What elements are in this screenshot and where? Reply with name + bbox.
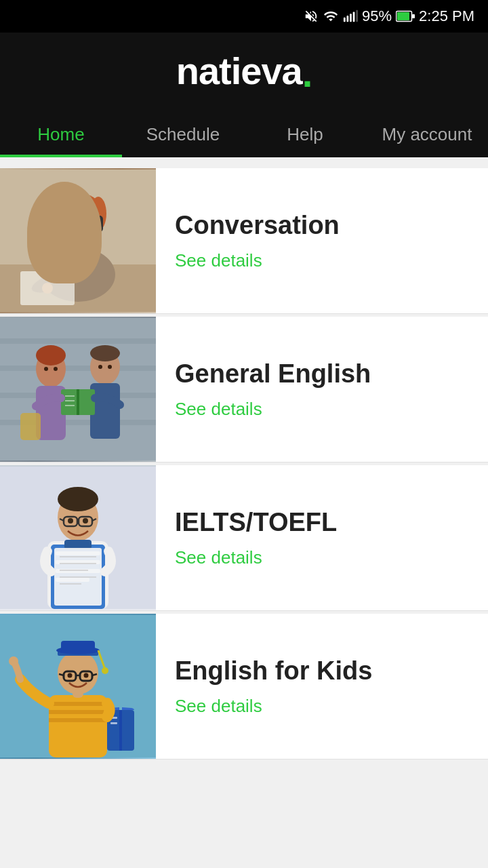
status-bar: 95% 2:25 PM xyxy=(0,0,488,33)
course-title-general-english: General English xyxy=(175,359,469,390)
svg-point-20 xyxy=(68,221,72,225)
course-image-general-english xyxy=(0,317,156,462)
mute-icon xyxy=(304,9,319,24)
svg-point-56 xyxy=(83,518,88,524)
course-info-conversation: Conversation See details xyxy=(156,168,488,313)
course-title-ielts-toefl: IELTS/TOEFL xyxy=(175,507,469,538)
svg-rect-36 xyxy=(77,389,79,415)
course-info-general-english: General English See details xyxy=(156,317,488,462)
course-card-conversation: Conversation See details xyxy=(0,168,488,314)
svg-rect-0 xyxy=(344,18,346,22)
signal-icon xyxy=(343,9,358,24)
nav-label-home: Home xyxy=(37,124,84,144)
svg-rect-3 xyxy=(353,12,355,22)
logo-text: natieva xyxy=(176,49,302,93)
course-card-general-english: General English See details xyxy=(0,317,488,462)
course-image-conversation xyxy=(0,168,156,313)
svg-point-43 xyxy=(98,365,102,369)
svg-point-13 xyxy=(56,193,100,220)
svg-rect-6 xyxy=(397,12,409,20)
nav-item-help[interactable]: Help xyxy=(244,112,366,157)
course-title-english-for-kids: English for Kids xyxy=(175,656,469,687)
svg-rect-15 xyxy=(94,216,103,232)
status-icons: 95% 2:25 PM xyxy=(304,7,474,25)
svg-point-49 xyxy=(58,487,98,511)
svg-rect-11 xyxy=(71,231,85,248)
svg-rect-73 xyxy=(49,718,107,722)
wifi-icon xyxy=(323,9,339,24)
course-image-ielts-toefl xyxy=(0,465,156,610)
svg-rect-40 xyxy=(20,413,41,440)
svg-point-44 xyxy=(108,365,112,369)
nav-label-my-account: My account xyxy=(382,124,472,144)
svg-point-19 xyxy=(66,219,73,226)
battery-level: 95% xyxy=(362,7,392,25)
svg-rect-90 xyxy=(119,710,122,751)
svg-point-42 xyxy=(54,367,58,371)
course-link-general-english[interactable]: See details xyxy=(175,399,469,420)
svg-point-14 xyxy=(90,197,106,231)
svg-rect-78 xyxy=(61,641,95,653)
main-nav: Home Schedule Help My account xyxy=(0,112,488,157)
course-info-ielts-toefl: IELTS/TOEFL See details xyxy=(156,465,488,610)
course-title-conversation: Conversation xyxy=(175,210,469,241)
battery-icon xyxy=(396,9,415,24)
time-display: 2:25 PM xyxy=(419,7,474,25)
svg-point-21 xyxy=(83,219,89,226)
nav-item-my-account[interactable]: My account xyxy=(366,112,488,157)
course-link-conversation[interactable]: See details xyxy=(175,250,469,271)
svg-rect-18 xyxy=(20,271,75,305)
svg-rect-58 xyxy=(64,540,92,549)
svg-point-12 xyxy=(56,197,100,248)
course-info-english-for-kids: English for Kids See details xyxy=(156,614,488,759)
course-card-ielts-toefl: IELTS/TOEFL See details xyxy=(0,465,488,611)
logo-dot: . xyxy=(302,55,312,93)
app-logo: natieva. xyxy=(176,49,312,93)
app-header: natieva. Home Schedule Help My account xyxy=(0,33,488,157)
svg-point-86 xyxy=(68,673,73,678)
svg-rect-7 xyxy=(412,14,415,18)
svg-rect-2 xyxy=(350,14,352,22)
svg-point-55 xyxy=(68,518,73,524)
course-card-english-for-kids: English for Kids See details xyxy=(0,614,488,760)
course-link-english-for-kids[interactable]: See details xyxy=(175,696,469,717)
course-list: Conversation See details xyxy=(0,157,488,770)
svg-point-22 xyxy=(85,221,89,225)
svg-point-31 xyxy=(36,345,66,366)
svg-rect-1 xyxy=(347,16,349,22)
svg-point-80 xyxy=(102,667,108,674)
svg-point-41 xyxy=(44,367,48,371)
svg-point-87 xyxy=(84,673,89,678)
svg-point-34 xyxy=(90,345,120,361)
course-link-ielts-toefl[interactable]: See details xyxy=(175,547,469,568)
svg-rect-26 xyxy=(0,366,156,371)
svg-rect-92 xyxy=(110,722,117,724)
svg-point-88 xyxy=(9,656,18,666)
nav-item-home[interactable]: Home xyxy=(0,112,122,157)
svg-rect-72 xyxy=(49,710,107,714)
nav-label-schedule: Schedule xyxy=(146,124,220,144)
svg-rect-71 xyxy=(49,702,107,706)
svg-rect-4 xyxy=(356,10,358,22)
svg-rect-25 xyxy=(0,338,156,344)
course-image-english-for-kids xyxy=(0,614,156,759)
nav-item-schedule[interactable]: Schedule xyxy=(122,112,244,157)
nav-label-help: Help xyxy=(287,124,323,144)
